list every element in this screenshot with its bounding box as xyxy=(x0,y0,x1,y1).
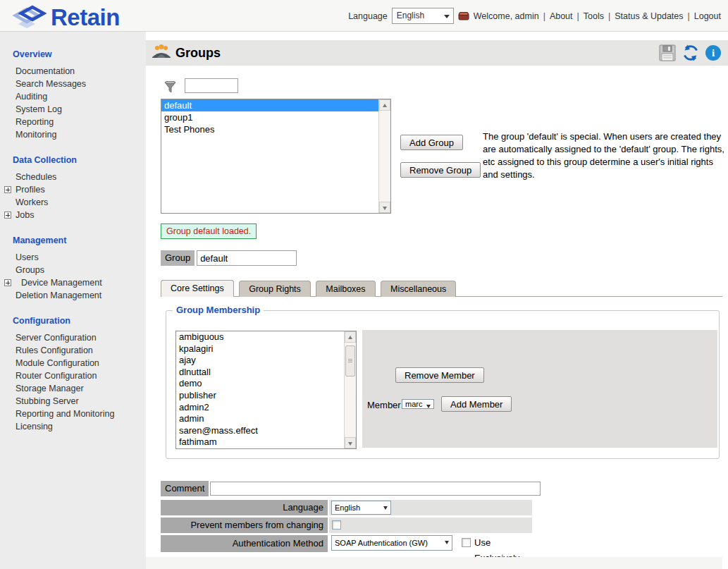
refresh-icon[interactable] xyxy=(681,44,700,62)
sidebar-item-auditing[interactable]: Auditing xyxy=(0,90,146,103)
sidebar-item-monitoring[interactable]: Monitoring xyxy=(0,128,146,141)
member-list-item[interactable]: dlnuttall xyxy=(176,367,344,379)
expand-icon[interactable] xyxy=(4,279,11,286)
member-select[interactable]: marc xyxy=(402,399,434,409)
tab-core-settings[interactable]: Core Settings xyxy=(161,280,234,297)
group-list-item[interactable]: default xyxy=(161,99,378,111)
sidebar-item-rules-configuration[interactable]: Rules Configuration xyxy=(0,344,146,357)
member-list-item[interactable]: admin xyxy=(176,413,344,425)
sidebar-item-licensing[interactable]: Licensing xyxy=(0,420,146,433)
scroll-up-icon[interactable] xyxy=(379,99,390,111)
group-list-item[interactable]: group1 xyxy=(161,111,378,123)
tab-group-rights[interactable]: Group Rights xyxy=(239,281,311,297)
member-list-item[interactable]: kpalagiri xyxy=(176,343,344,355)
member-list-item[interactable]: ambiguous xyxy=(176,331,344,343)
sidebar-item-groups[interactable]: Groups xyxy=(0,264,146,276)
section-title-configuration[interactable]: Configuration xyxy=(0,314,146,327)
add-group-button[interactable]: Add Group xyxy=(400,135,463,150)
add-member-button[interactable]: Add Member xyxy=(441,396,512,412)
scroll-up-icon[interactable] xyxy=(345,331,356,343)
member-list-item[interactable]: saren@mass.effect xyxy=(176,425,344,437)
language-label: Language xyxy=(348,11,388,21)
sidebar-item-label: Profiles xyxy=(16,185,45,195)
expand-icon[interactable] xyxy=(4,186,11,193)
sidebar-item-server-configuration[interactable]: Server Configuration xyxy=(0,331,146,344)
sidebar-item-users[interactable]: Users xyxy=(0,251,146,264)
sidebar: Overview Documentation Search Messages A… xyxy=(0,32,146,569)
remove-member-button[interactable]: Remove Member xyxy=(395,367,484,383)
sidebar-item-search-messages[interactable]: Search Messages xyxy=(0,78,146,90)
comment-label: Comment xyxy=(161,481,209,496)
sidebar-item-documentation[interactable]: Documentation xyxy=(0,65,146,78)
nav-status-updates[interactable]: Status & Updates xyxy=(615,11,683,21)
language-row-value: English xyxy=(329,500,532,515)
section-title-management[interactable]: Management xyxy=(0,234,146,247)
welcome-icon xyxy=(458,11,469,21)
nav-about[interactable]: About xyxy=(550,11,573,21)
sidebar-item-system-log[interactable]: System Log xyxy=(0,103,146,116)
group-name-input[interactable] xyxy=(197,250,297,266)
group-membership-fieldset: Group Membership ambiguous kpalagiri aja… xyxy=(166,310,720,459)
tab-mailboxes[interactable]: Mailboxes xyxy=(316,281,375,297)
sidebar-item-reporting-and-monitoring[interactable]: Reporting and Monitoring xyxy=(0,408,146,420)
sidebar-item-label: Jobs xyxy=(16,210,34,220)
members-listbox[interactable]: ambiguous kpalagiri ajay dlnuttall demo … xyxy=(175,331,357,449)
sidebar-item-deletion-management[interactable]: Deletion Management xyxy=(0,289,146,302)
member-list-item[interactable]: demo xyxy=(176,378,344,390)
remove-group-button[interactable]: Remove Group xyxy=(400,162,481,178)
tab-bar: Core Settings Group Rights Mailboxes Mis… xyxy=(161,280,722,297)
group-language-select[interactable]: English xyxy=(331,501,391,515)
member-list-item[interactable]: publisher xyxy=(176,390,344,402)
separator: | xyxy=(577,11,579,21)
filter-input[interactable] xyxy=(185,78,238,93)
language-row-label: Language xyxy=(161,500,328,515)
sidebar-item-jobs[interactable]: Jobs xyxy=(0,209,146,221)
expand-icon[interactable] xyxy=(4,212,11,219)
member-list-item[interactable]: fathimam xyxy=(176,436,344,448)
group-list-item[interactable]: Test Phones xyxy=(161,123,378,135)
use-exclusively-checkbox[interactable] xyxy=(462,538,471,547)
separator: | xyxy=(608,11,610,21)
save-icon[interactable] xyxy=(659,44,676,61)
scroll-down-icon[interactable] xyxy=(345,437,356,448)
section-title-overview[interactable]: Overview xyxy=(0,48,146,61)
member-actions-panel: Remove Member Member marc Add Member xyxy=(362,330,717,448)
scroll-down-icon[interactable] xyxy=(379,202,390,213)
page-header: Groups xyxy=(146,40,728,66)
filter-icon xyxy=(164,81,176,97)
sidebar-item-module-configuration[interactable]: Module Configuration xyxy=(0,357,146,369)
scrollbar[interactable] xyxy=(344,331,356,448)
sidebar-item-label: Device Management xyxy=(21,278,102,288)
sidebar-item-router-configuration[interactable]: Router Configuration xyxy=(0,369,146,382)
sidebar-item-profiles[interactable]: Profiles xyxy=(0,183,146,196)
scrollbar[interactable] xyxy=(378,99,390,213)
scrollbar-thumb[interactable] xyxy=(345,345,355,377)
separator: | xyxy=(543,11,545,21)
welcome-user[interactable]: Welcome, admin xyxy=(474,11,539,21)
language-select[interactable]: English xyxy=(392,8,454,24)
retain-logo[interactable]: Retain xyxy=(10,3,120,32)
sidebar-item-schedules[interactable]: Schedules xyxy=(0,171,146,183)
sidebar-item-workers[interactable]: Workers xyxy=(0,196,146,209)
main-content: Groups xyxy=(146,32,728,569)
auth-method-row-value: SOAP Authentication (GW) Use Exclusively xyxy=(329,535,532,552)
nav-logout[interactable]: Logout xyxy=(694,11,721,21)
retain-logo-icon xyxy=(10,3,49,32)
sidebar-item-device-management[interactable]: Device Management xyxy=(0,276,146,289)
tab-miscellaneous[interactable]: Miscellaneous xyxy=(381,281,456,297)
info-icon[interactable] xyxy=(705,45,721,61)
auth-method-select[interactable]: SOAP Authentication (GW) xyxy=(331,535,452,551)
section-title-data-collection[interactable]: Data Collection xyxy=(0,154,146,166)
sidebar-item-reporting[interactable]: Reporting xyxy=(0,116,146,128)
member-label: Member xyxy=(367,400,401,410)
sidebar-item-storage-manager[interactable]: Storage Manager xyxy=(0,382,146,395)
sidebar-item-stubbing-server[interactable]: Stubbing Server xyxy=(0,395,146,408)
prevent-password-row-label: Prevent members from changing password xyxy=(161,518,328,533)
groups-listbox[interactable]: default group1 Test Phones xyxy=(161,99,391,214)
logo-text: Retain xyxy=(51,4,120,31)
member-list-item[interactable]: admin2 xyxy=(176,402,344,414)
nav-tools[interactable]: Tools xyxy=(584,11,604,21)
prevent-password-checkbox[interactable] xyxy=(332,520,341,530)
comment-input[interactable] xyxy=(210,482,541,496)
member-list-item[interactable]: ajay xyxy=(176,355,344,367)
